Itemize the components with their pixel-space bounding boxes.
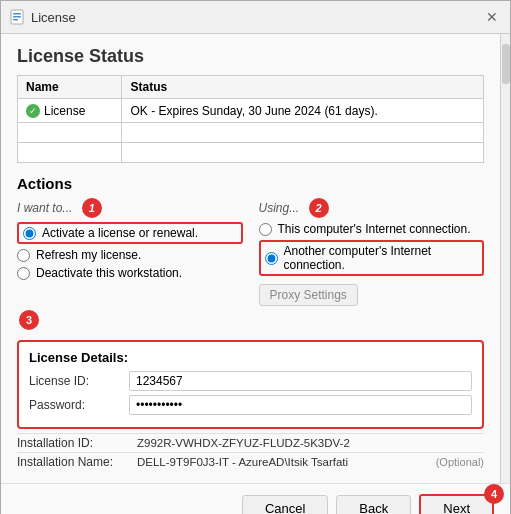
deactivate-label: Deactivate this workstation. [36, 266, 182, 280]
license-name-with-icon: ✓ License [26, 104, 85, 118]
scrollbar-area: License Status Name Status ✓ [1, 34, 510, 483]
another-computer-label: Another computer's Internet connection. [284, 244, 479, 272]
empty-cell-3 [18, 143, 122, 163]
license-details-title: License Details: [29, 350, 472, 365]
password-label: Password: [29, 398, 129, 412]
another-computer-option[interactable]: Another computer's Internet connection. [259, 240, 485, 276]
svg-rect-3 [13, 19, 18, 21]
empty-cell-4 [122, 143, 484, 163]
install-name-row: Installation Name: DELL-9T9F0J3-IT - Azu… [17, 452, 484, 471]
this-computer-option[interactable]: This computer's Internet connection. [259, 222, 485, 236]
using-radio-group: This computer's Internet connection. Ano… [259, 222, 485, 276]
another-computer-radio[interactable] [265, 252, 278, 265]
optional-label: (Optional) [436, 456, 484, 468]
using-label: Using... 2 [259, 198, 485, 218]
license-table: Name Status ✓ License OK [17, 75, 484, 163]
activate-license-option[interactable]: Activate a license or renewal. [17, 222, 243, 244]
install-id-value: Z992R-VWHDX-ZFYUZ-FLUDZ-5K3DV-2 [137, 437, 350, 449]
content-area: License Status Name Status ✓ [1, 34, 500, 483]
proxy-settings-button[interactable]: Proxy Settings [259, 284, 358, 306]
next-button[interactable]: Next [419, 494, 494, 514]
refresh-label: Refresh my license. [36, 248, 141, 262]
actions-section: Actions I want to... 1 Activate [17, 175, 484, 471]
deactivate-option[interactable]: Deactivate this workstation. [17, 266, 243, 280]
deactivate-radio[interactable] [17, 267, 30, 280]
license-details-box: License Details: License ID: Password: [17, 340, 484, 429]
title-bar-left: License [9, 9, 76, 25]
title-bar: License ✕ [1, 1, 510, 34]
window-title: License [31, 10, 76, 25]
password-row: Password: [29, 395, 472, 415]
empty-cell-2 [122, 123, 484, 143]
install-name-value: DELL-9T9F0J3-IT - AzureAD\Itsik Tsarfati [137, 456, 348, 468]
license-id-input[interactable] [129, 371, 472, 391]
scrollbar [500, 34, 510, 483]
install-id-row: Installation ID: Z992R-VWHDX-ZFYUZ-FLUDZ… [17, 433, 484, 452]
badge-3: 3 [19, 310, 39, 330]
activate-label: Activate a license or renewal. [42, 226, 198, 240]
this-computer-label: This computer's Internet connection. [278, 222, 471, 236]
license-window: License ✕ License Status Name Status [0, 0, 511, 514]
using-column: Using... 2 This computer's Internet conn… [259, 198, 485, 306]
install-id-label: Installation ID: [17, 436, 137, 450]
license-status-title: License Status [17, 46, 484, 67]
license-id-label: License ID: [29, 374, 129, 388]
this-computer-radio[interactable] [259, 223, 272, 236]
iwant-column: I want to... 1 Activate a license or ren… [17, 198, 243, 306]
badge-4: 4 [484, 484, 504, 504]
license-id-row: License ID: [29, 371, 472, 391]
svg-rect-2 [13, 16, 21, 18]
license-title-icon [9, 9, 25, 25]
password-input[interactable] [129, 395, 472, 415]
close-button[interactable]: ✕ [482, 7, 502, 27]
empty-row-1 [18, 123, 484, 143]
scrollbar-thumb[interactable] [502, 44, 510, 84]
empty-cell-1 [18, 123, 122, 143]
main-content: License Status Name Status ✓ [1, 34, 500, 483]
badge-2: 2 [309, 198, 329, 218]
license-status-cell: OK - Expires Sunday, 30 June 2024 (61 da… [122, 99, 484, 123]
install-name-label: Installation Name: [17, 455, 137, 469]
svg-rect-1 [13, 13, 21, 15]
iwant-radio-group: Activate a license or renewal. Refresh m… [17, 222, 243, 280]
col-status-header: Status [122, 76, 484, 99]
col-name-header: Name [18, 76, 122, 99]
actions-columns: I want to... 1 Activate a license or ren… [17, 198, 484, 306]
next-btn-wrapper: Next 4 [419, 494, 494, 514]
activate-radio[interactable] [23, 227, 36, 240]
check-icon: ✓ [26, 104, 40, 118]
refresh-radio[interactable] [17, 249, 30, 262]
iwant-label: I want to... 1 [17, 198, 243, 218]
cancel-button[interactable]: Cancel [242, 495, 328, 514]
back-button[interactable]: Back [336, 495, 411, 514]
empty-row-2 [18, 143, 484, 163]
refresh-license-option[interactable]: Refresh my license. [17, 248, 243, 262]
table-row: ✓ License OK - Expires Sunday, 30 June 2… [18, 99, 484, 123]
badge-1: 1 [82, 198, 102, 218]
footer: Cancel Back Next 4 [1, 483, 510, 514]
actions-title: Actions [17, 175, 484, 192]
license-name-cell: ✓ License [18, 99, 122, 123]
